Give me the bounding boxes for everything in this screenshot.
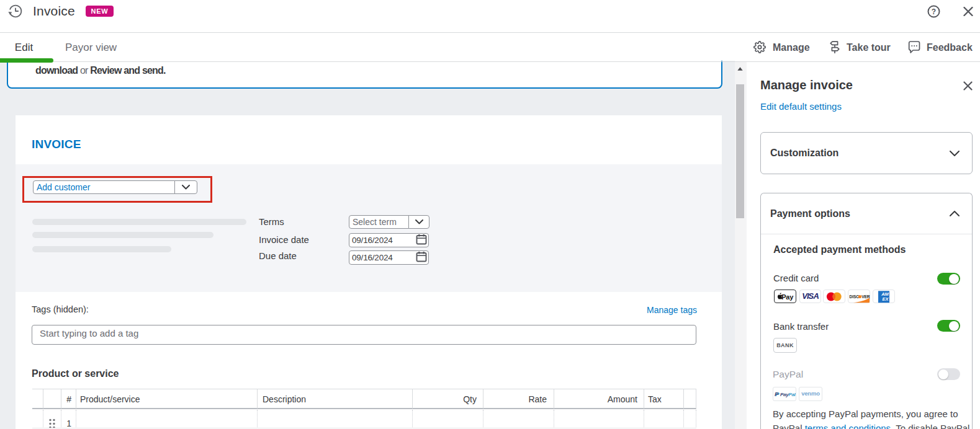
svg-text:VER: VER [861, 294, 870, 299]
svg-text:?: ? [932, 7, 936, 16]
svg-text:Pay: Pay [781, 293, 794, 301]
svg-text:P: P [775, 391, 779, 397]
svg-text:DISC: DISC [850, 294, 860, 299]
svg-text:EX: EX [882, 296, 889, 302]
svg-text:VISA: VISA [802, 291, 819, 301]
svg-text:PayPal: PayPal [780, 392, 796, 397]
